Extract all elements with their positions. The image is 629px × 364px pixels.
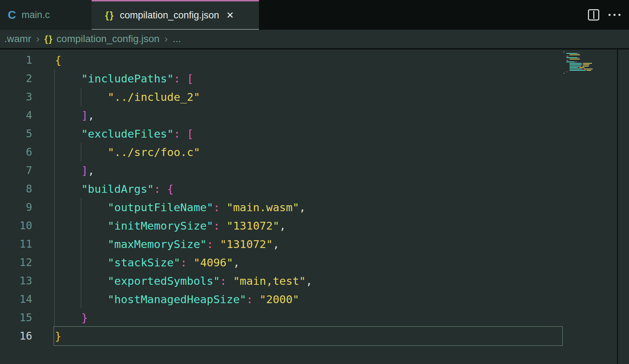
indent-guide	[54, 161, 55, 180]
indent-guide	[54, 106, 55, 125]
code-line[interactable]: }	[55, 327, 629, 345]
code-content: { "includePaths": [ "../include_2" ], "e…	[55, 51, 629, 345]
minimap-line	[564, 64, 617, 65]
tab-bar: C main.c {} compilation_config.json ✕	[0, 0, 629, 30]
indent-guide	[81, 272, 81, 290]
breadcrumb-item[interactable]: ...	[173, 33, 181, 45]
chevron-right-icon: ›	[165, 33, 168, 45]
indent-guide	[54, 216, 55, 235]
breadcrumb-item[interactable]: .wamr	[4, 33, 31, 45]
code-editor[interactable]: 12345678910111213141516 { "includePaths"…	[0, 50, 629, 364]
tab-compilation-config-json[interactable]: {} compilation_config.json ✕	[92, 0, 259, 30]
editor-actions	[588, 0, 621, 30]
json-file-icon: {}	[45, 34, 53, 45]
json-file-icon: {}	[105, 10, 114, 21]
minimap-line	[564, 57, 617, 58]
line-number-gutter: 12345678910111213141516	[0, 51, 55, 345]
minimap-line	[564, 71, 617, 72]
indent-guide	[54, 253, 55, 272]
breadcrumb-label: compilation_config.json	[57, 33, 160, 45]
more-actions-icon[interactable]	[608, 14, 621, 16]
indent-guide	[81, 216, 81, 235]
indent-guide	[81, 235, 81, 253]
split-editor-icon[interactable]	[588, 9, 599, 21]
minimap-line	[564, 52, 617, 52]
c-file-icon: C	[8, 8, 16, 22]
code-line[interactable]: "maxMemorySize": "131072",	[55, 235, 629, 253]
line-number: 9	[0, 198, 55, 216]
minimap-line	[564, 67, 617, 68]
code-line[interactable]: "excludeFiles": [	[55, 125, 629, 143]
tab-main-c[interactable]: C main.c	[0, 0, 92, 30]
indent-guide	[54, 308, 55, 327]
breadcrumb: .wamr›{}compilation_config.json›...	[0, 30, 629, 48]
code-line[interactable]: "stackSize": "4096",	[55, 253, 629, 272]
indent-guide	[54, 290, 55, 308]
line-number: 15	[0, 308, 55, 327]
minimap-line	[564, 73, 617, 74]
close-tab-icon[interactable]: ✕	[226, 10, 234, 21]
line-number: 2	[0, 69, 55, 88]
line-number: 10	[0, 216, 55, 235]
indent-guide	[54, 198, 55, 216]
chevron-right-icon: ›	[36, 33, 39, 45]
code-line[interactable]: "outputFileName": "main.wasm",	[55, 198, 629, 216]
minimap[interactable]	[564, 52, 617, 74]
code-line[interactable]: "exportedSymbols": "main,test",	[55, 272, 629, 290]
indent-guide	[81, 198, 81, 216]
line-number: 1	[0, 51, 55, 69]
minimap-line	[564, 60, 617, 61]
breadcrumb-label: .wamr	[4, 33, 31, 45]
indent-guide	[54, 272, 55, 290]
line-number: 16	[0, 327, 55, 345]
indent-guide	[81, 253, 81, 272]
indent-guide	[81, 143, 81, 161]
indent-guide	[81, 88, 81, 106]
indent-guide	[54, 235, 55, 253]
line-number: 3	[0, 88, 55, 106]
minimap-line	[564, 62, 617, 62]
line-number: 12	[0, 253, 55, 272]
code-line[interactable]: "../include_2"	[55, 88, 629, 106]
minimap-line	[564, 63, 617, 64]
editor-right-divider	[617, 50, 618, 364]
indent-guide	[54, 143, 55, 161]
minimap-line	[564, 66, 617, 67]
tab-label: main.c	[22, 10, 50, 21]
indent-guide	[54, 88, 55, 106]
indent-guide	[81, 290, 81, 308]
line-number: 14	[0, 290, 55, 308]
code-line[interactable]: }	[55, 308, 629, 327]
minimap-line	[564, 69, 617, 69]
code-line[interactable]: "initMemorySize": "131072",	[55, 216, 629, 235]
minimap-line	[564, 56, 617, 57]
minimap-line	[564, 53, 617, 54]
breadcrumb-label: ...	[173, 33, 181, 45]
indent-guide	[54, 125, 55, 143]
code-line[interactable]: "hostManagedHeapSize": "2000"	[55, 290, 629, 308]
line-number: 4	[0, 106, 55, 125]
line-number: 11	[0, 235, 55, 253]
code-line[interactable]: {	[55, 51, 629, 69]
code-line[interactable]: "../src/foo.c"	[55, 143, 629, 161]
line-number: 13	[0, 272, 55, 290]
indent-guide	[54, 180, 55, 198]
tab-label: compilation_config.json	[120, 10, 219, 21]
code-line[interactable]: ],	[55, 106, 629, 125]
minimap-line	[564, 59, 617, 59]
line-number: 5	[0, 125, 55, 143]
code-line[interactable]: "buildArgs": {	[55, 180, 629, 198]
code-line[interactable]: ],	[55, 161, 629, 180]
line-number: 6	[0, 143, 55, 161]
indent-guide	[54, 69, 55, 88]
line-number: 7	[0, 161, 55, 180]
code-line[interactable]: "includePaths": [	[55, 69, 629, 88]
line-number: 8	[0, 180, 55, 198]
breadcrumb-item[interactable]: {}compilation_config.json	[45, 33, 160, 45]
minimap-line	[564, 54, 617, 55]
minimap-line	[564, 70, 617, 71]
